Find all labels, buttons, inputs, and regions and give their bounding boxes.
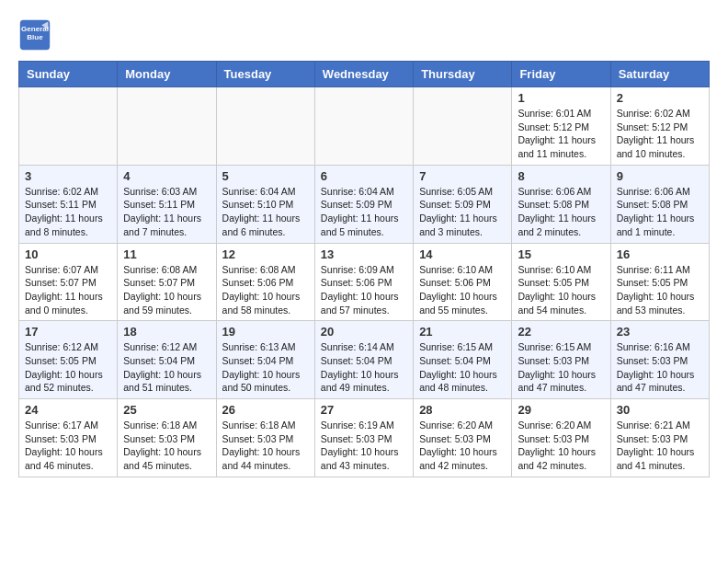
day-info: Sunrise: 6:20 AM Sunset: 5:03 PM Dayligh… [419,419,506,473]
calendar-day-cell: 1Sunrise: 6:01 AM Sunset: 5:12 PM Daylig… [512,87,610,166]
calendar-day-cell: 3Sunrise: 6:02 AM Sunset: 5:11 PM Daylig… [19,165,118,243]
day-info: Sunrise: 6:08 AM Sunset: 5:06 PM Dayligh… [222,263,309,317]
day-number: 14 [419,247,506,261]
day-number: 26 [222,403,309,417]
day-number: 10 [25,247,111,261]
calendar-day-cell: 12Sunrise: 6:08 AM Sunset: 5:06 PM Dayli… [216,243,314,321]
calendar-day-cell: 22Sunrise: 6:15 AM Sunset: 5:03 PM Dayli… [512,321,610,399]
day-of-week-header: Tuesday [216,62,314,87]
day-info: Sunrise: 6:02 AM Sunset: 5:11 PM Dayligh… [25,185,111,239]
calendar-day-cell: 25Sunrise: 6:18 AM Sunset: 5:03 PM Dayli… [118,399,216,477]
day-number: 25 [123,403,210,417]
calendar-day-cell [216,87,314,166]
day-info: Sunrise: 6:06 AM Sunset: 5:08 PM Dayligh… [617,185,703,239]
day-number: 24 [25,403,111,417]
day-number: 3 [25,169,111,183]
day-info: Sunrise: 6:21 AM Sunset: 5:03 PM Dayligh… [617,419,703,473]
calendar-day-cell: 27Sunrise: 6:19 AM Sunset: 5:03 PM Dayli… [314,399,413,477]
day-number: 29 [518,403,604,417]
day-info: Sunrise: 6:18 AM Sunset: 5:03 PM Dayligh… [123,419,210,473]
day-info: Sunrise: 6:10 AM Sunset: 5:05 PM Dayligh… [518,263,604,317]
calendar-week-row: 10Sunrise: 6:07 AM Sunset: 5:07 PM Dayli… [19,243,710,321]
day-number: 19 [222,325,309,339]
day-number: 30 [617,403,703,417]
calendar-day-cell: 14Sunrise: 6:10 AM Sunset: 5:06 PM Dayli… [414,243,512,321]
calendar-day-cell: 13Sunrise: 6:09 AM Sunset: 5:06 PM Dayli… [314,243,413,321]
calendar-day-cell: 29Sunrise: 6:20 AM Sunset: 5:03 PM Dayli… [512,399,610,477]
day-info: Sunrise: 6:16 AM Sunset: 5:03 PM Dayligh… [617,340,703,395]
day-info: Sunrise: 6:14 AM Sunset: 5:04 PM Dayligh… [321,340,407,395]
calendar-day-cell: 18Sunrise: 6:12 AM Sunset: 5:04 PM Dayli… [118,321,216,399]
day-info: Sunrise: 6:04 AM Sunset: 5:10 PM Dayligh… [222,185,309,239]
day-number: 4 [123,169,210,183]
day-number: 28 [419,403,506,417]
day-of-week-header: Sunday [19,62,118,87]
day-of-week-header: Wednesday [314,62,413,87]
calendar-table: SundayMondayTuesdayWednesdayThursdayFrid… [18,61,710,477]
day-number: 16 [617,247,703,261]
day-number: 11 [123,247,210,261]
day-of-week-header: Friday [512,62,610,87]
day-number: 2 [617,91,703,105]
calendar-day-cell [414,87,512,166]
day-info: Sunrise: 6:13 AM Sunset: 5:04 PM Dayligh… [222,340,309,395]
day-info: Sunrise: 6:05 AM Sunset: 5:09 PM Dayligh… [419,185,506,239]
header: General Blue [18,18,710,52]
day-number: 15 [518,247,604,261]
calendar-day-cell: 15Sunrise: 6:10 AM Sunset: 5:05 PM Dayli… [512,243,610,321]
calendar-day-cell: 2Sunrise: 6:02 AM Sunset: 5:12 PM Daylig… [610,87,709,166]
day-info: Sunrise: 6:01 AM Sunset: 5:12 PM Dayligh… [518,107,604,161]
day-number: 8 [518,169,604,183]
calendar-day-cell: 8Sunrise: 6:06 AM Sunset: 5:08 PM Daylig… [512,165,610,243]
calendar-day-cell [19,87,118,166]
logo: General Blue [18,18,55,52]
day-info: Sunrise: 6:02 AM Sunset: 5:12 PM Dayligh… [617,107,703,161]
day-info: Sunrise: 6:15 AM Sunset: 5:03 PM Dayligh… [518,340,604,395]
calendar-day-cell: 21Sunrise: 6:15 AM Sunset: 5:04 PM Dayli… [414,321,512,399]
day-info: Sunrise: 6:18 AM Sunset: 5:03 PM Dayligh… [222,419,309,473]
calendar-day-cell: 28Sunrise: 6:20 AM Sunset: 5:03 PM Dayli… [414,399,512,477]
day-number: 12 [222,247,309,261]
day-info: Sunrise: 6:12 AM Sunset: 5:05 PM Dayligh… [25,340,111,395]
calendar-day-cell: 6Sunrise: 6:04 AM Sunset: 5:09 PM Daylig… [314,165,413,243]
calendar-day-cell [118,87,216,166]
day-info: Sunrise: 6:07 AM Sunset: 5:07 PM Dayligh… [25,263,111,317]
calendar-day-cell: 24Sunrise: 6:17 AM Sunset: 5:03 PM Dayli… [19,399,118,477]
day-info: Sunrise: 6:17 AM Sunset: 5:03 PM Dayligh… [25,419,111,473]
day-number: 1 [518,91,604,105]
day-of-week-header: Thursday [414,62,512,87]
calendar-day-cell: 20Sunrise: 6:14 AM Sunset: 5:04 PM Dayli… [314,321,413,399]
calendar-week-row: 17Sunrise: 6:12 AM Sunset: 5:05 PM Dayli… [19,321,710,399]
calendar-week-row: 1Sunrise: 6:01 AM Sunset: 5:12 PM Daylig… [19,87,710,166]
day-number: 23 [617,325,703,339]
calendar-day-cell [314,87,413,166]
day-number: 5 [222,169,309,183]
calendar-header-row: SundayMondayTuesdayWednesdayThursdayFrid… [19,62,710,87]
calendar-day-cell: 19Sunrise: 6:13 AM Sunset: 5:04 PM Dayli… [216,321,314,399]
day-info: Sunrise: 6:20 AM Sunset: 5:03 PM Dayligh… [518,419,604,473]
day-info: Sunrise: 6:04 AM Sunset: 5:09 PM Dayligh… [321,185,407,239]
calendar-week-row: 24Sunrise: 6:17 AM Sunset: 5:03 PM Dayli… [19,399,710,477]
day-info: Sunrise: 6:06 AM Sunset: 5:08 PM Dayligh… [518,185,604,239]
day-number: 6 [321,169,407,183]
calendar-day-cell: 23Sunrise: 6:16 AM Sunset: 5:03 PM Dayli… [610,321,709,399]
day-info: Sunrise: 6:19 AM Sunset: 5:03 PM Dayligh… [321,419,407,473]
day-number: 13 [321,247,407,261]
day-number: 20 [321,325,407,339]
day-of-week-header: Monday [118,62,216,87]
day-number: 22 [518,325,604,339]
day-number: 21 [419,325,506,339]
calendar-day-cell: 10Sunrise: 6:07 AM Sunset: 5:07 PM Dayli… [19,243,118,321]
day-number: 9 [617,169,703,183]
calendar-day-cell: 17Sunrise: 6:12 AM Sunset: 5:05 PM Dayli… [19,321,118,399]
calendar-day-cell: 26Sunrise: 6:18 AM Sunset: 5:03 PM Dayli… [216,399,314,477]
calendar-week-row: 3Sunrise: 6:02 AM Sunset: 5:11 PM Daylig… [19,165,710,243]
calendar-day-cell: 4Sunrise: 6:03 AM Sunset: 5:11 PM Daylig… [118,165,216,243]
calendar-day-cell: 11Sunrise: 6:08 AM Sunset: 5:07 PM Dayli… [118,243,216,321]
day-info: Sunrise: 6:08 AM Sunset: 5:07 PM Dayligh… [123,263,210,317]
day-of-week-header: Saturday [610,62,709,87]
day-number: 18 [123,325,210,339]
day-number: 17 [25,325,111,339]
day-number: 7 [419,169,506,183]
day-info: Sunrise: 6:09 AM Sunset: 5:06 PM Dayligh… [321,263,407,317]
